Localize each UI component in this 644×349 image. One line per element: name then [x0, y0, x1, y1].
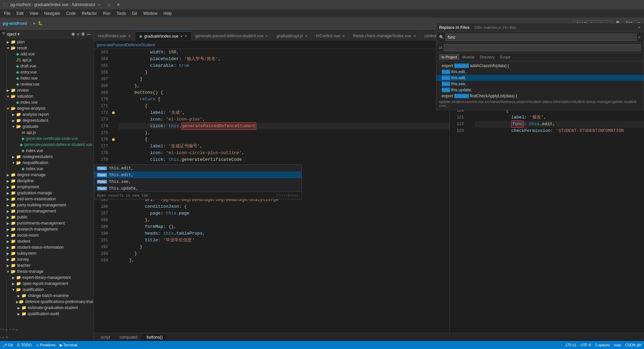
clear-search[interactable]: ✕	[638, 35, 641, 40]
tab-br-control[interactable]: brControl.vue ✕	[312, 31, 349, 41]
bottom-tab-computed[interactable]: computed	[116, 334, 142, 340]
ac-item-3[interactable]: func this.see,	[94, 178, 302, 185]
tab-result-index[interactable]: result\index.vue ✕	[94, 31, 135, 41]
sidebar-item-review[interactable]: ▶📁review	[0, 87, 94, 93]
project-selector[interactable]: pg-misfront	[3, 21, 27, 26]
find-close-btn[interactable]: ✕	[638, 25, 641, 30]
sidebar-item-subsystem[interactable]: ▶📁subsystem	[0, 250, 94, 256]
ac-item-4[interactable]: func this.update,	[94, 185, 302, 192]
tab-close[interactable]: ✕	[342, 34, 345, 38]
sidebar-item-nodegreestudent[interactable]: ▶📁nodegreestudent	[0, 154, 94, 160]
status-problems[interactable]: ⚠ Problems	[36, 343, 56, 347]
replace-input[interactable]	[444, 44, 641, 51]
sidebar-item-review-vue[interactable]: ◆review.vue	[0, 81, 94, 87]
activity-explorer[interactable]: P	[0, 30, 6, 37]
sidebar-icon-2[interactable]: ≡	[77, 32, 79, 37]
sidebar-item-mid-term[interactable]: ▶📁mid-term-examination	[0, 196, 94, 202]
sidebar-item-degreestudent[interactable]: ▶📁degreestudent	[0, 117, 94, 123]
find-result-5[interactable]: func this.update,	[436, 87, 644, 93]
close-btn[interactable]: ✕	[114, 2, 123, 7]
sidebar-item-thesis-manage[interactable]: ▼📂thesis-manage	[0, 268, 94, 275]
tab-close[interactable]: ✕	[413, 34, 416, 38]
sidebar-item-plan[interactable]: ▶📁plan	[0, 39, 94, 45]
scope-module[interactable]: Module	[460, 54, 477, 60]
toolbar-debug-btn[interactable]: 🐛	[38, 21, 43, 26]
sidebar-item-draft-vue[interactable]: ◆draft.vue	[0, 63, 94, 69]
bc-result[interactable]: generatePassedDefenceStudent	[97, 43, 155, 47]
tab-graduate-api[interactable]: graduate\api.js ✕	[272, 31, 312, 41]
status-todo[interactable]: ☑ TODO	[17, 343, 32, 347]
sidebar-item-result[interactable]: ▼📂result	[0, 45, 94, 51]
sidebar-item-graduation-manage[interactable]: ▶📁graduation-manage	[0, 190, 94, 196]
sidebar-item-graduate[interactable]: ▼📂graduate	[0, 123, 94, 130]
find-result-1[interactable]: export function addAClassInfo(data) {	[436, 63, 644, 69]
sidebar-item-employment[interactable]: ▶📁employment	[0, 184, 94, 190]
menu-window[interactable]: Window	[141, 10, 160, 16]
sidebar-item-degree-analysis[interactable]: ▼📂degree-analysis	[0, 105, 94, 111]
sidebar-item-noq-index[interactable]: ◆index.vue	[0, 166, 94, 172]
sidebar-item-index-valuation[interactable]: ◆index.vue	[0, 99, 94, 105]
sidebar-item-noqualification[interactable]: ▼📂noqualification	[0, 160, 94, 166]
sidebar-item-generate-cert[interactable]: ◆generate-certificate-code.vue	[0, 136, 94, 142]
menu-view[interactable]: View	[27, 10, 41, 16]
tab-thesis-check-index[interactable]: thesis-check-manager\index.vue ✕	[349, 31, 420, 41]
sidebar-item-defence-qual[interactable]: ▶📁defence-qualifications-preliminary-tri…	[0, 299, 94, 305]
sidebar-item-open-report[interactable]: ▶📁open-report-management	[0, 281, 94, 287]
find-result-4[interactable]: func this.see,	[436, 81, 644, 87]
tab-close[interactable]: ✕	[265, 34, 268, 38]
sidebar-item-social-exam[interactable]: ▶📁social-exam	[0, 232, 94, 238]
find-result-3[interactable]: func this.edit,	[436, 75, 644, 81]
sidebar-item-graduate-api[interactable]: JSapi.js	[0, 130, 94, 136]
sidebar-item-survey[interactable]: ▶📁survey	[0, 256, 94, 262]
activity-structure[interactable]: Structure	[0, 326, 20, 334]
find-result-6[interactable]: export function findCheckApplyList(data)…	[436, 93, 644, 99]
menu-help[interactable]: Help	[161, 10, 174, 16]
sidebar-item-teacher[interactable]: ▶📁teacher	[0, 262, 94, 268]
sidebar-item-practice[interactable]: ▶📁practice-management	[0, 208, 94, 214]
sidebar-item-punishments[interactable]: ▶📁punishments-management	[0, 220, 94, 226]
sidebar-item-research[interactable]: ▶📁research-management	[0, 226, 94, 232]
sidebar-item-estimate-grad[interactable]: ▶📁estimate-graduation-student	[0, 305, 94, 311]
status-terminal[interactable]: ▶ Terminal	[60, 343, 77, 347]
menu-refactor[interactable]: Refactor	[79, 10, 100, 16]
sidebar-icon-1[interactable]: ⊕	[71, 32, 75, 37]
scope-directory[interactable]: Directory	[478, 54, 497, 60]
tab-close[interactable]: ✕	[128, 34, 131, 38]
tab-generate-passed[interactable]: generate-passed-defence-student.vue ✕	[192, 31, 273, 41]
menu-code[interactable]: Code	[63, 10, 78, 16]
menu-run[interactable]: Run	[100, 10, 113, 16]
sidebar-item-change-batch[interactable]: ▶📁change-batch-examine	[0, 293, 94, 299]
sidebar-item-student[interactable]: ▶📁student	[0, 238, 94, 244]
sidebar-item-student-status[interactable]: ▶📁student-status-information	[0, 244, 94, 250]
sidebar-item-graduate-index[interactable]: ◆index.vue	[0, 148, 94, 154]
sidebar-item-degree-manage[interactable]: ▶📁degree-manage	[0, 172, 94, 178]
window-controls[interactable]: ─ □ ✕	[95, 2, 123, 7]
sidebar-icon-4[interactable]: —	[87, 32, 91, 37]
menu-edit[interactable]: Edit	[14, 10, 26, 16]
activity-favorites[interactable]: Fav	[0, 334, 10, 341]
sidebar-item-qualification[interactable]: ▼📂qualification	[0, 287, 94, 293]
sidebar-item-analysis-report[interactable]: ▶📁analysis-report	[0, 111, 94, 117]
sidebar-item-generate-passed[interactable]: ◆generate-passed-defence-student.vue	[0, 142, 94, 148]
tab-close[interactable]: ✕	[184, 34, 187, 38]
sidebar-item-valuation[interactable]: ▼📂valuation	[0, 93, 94, 99]
search-input[interactable]	[445, 34, 637, 41]
sidebar-item-public[interactable]: ▶📁public	[0, 214, 94, 220]
menu-tools[interactable]: Tools	[114, 10, 128, 16]
scope-in-project[interactable]: In Project	[439, 54, 459, 60]
menu-git[interactable]: Git	[129, 10, 140, 16]
toolbar-run-btn[interactable]: ▶	[33, 21, 36, 26]
status-git[interactable]: ⎇ Git	[3, 343, 13, 347]
tab-close[interactable]: ✕	[305, 34, 308, 38]
ac-open-results[interactable]: Open results in new tab	[97, 193, 148, 198]
sidebar-item-qual-audit[interactable]: ▶📁qualification-audit	[0, 311, 94, 317]
bottom-tab-buttons[interactable]: buttons()	[143, 334, 166, 340]
find-result-2[interactable]: func this.edit,	[436, 69, 644, 75]
tab-graduate-index[interactable]: ◆ graduate\index.vue ● ✕	[135, 31, 192, 41]
sidebar-item-add-vue[interactable]: ◆add.vue	[0, 51, 94, 57]
ac-item-2[interactable]: func this.edit,	[94, 171, 302, 178]
minimize-btn[interactable]: ─	[95, 2, 104, 7]
sidebar-item-discipline[interactable]: ▶📁discipline	[0, 178, 94, 184]
maximize-btn[interactable]: □	[105, 2, 113, 7]
menu-file[interactable]: File	[1, 10, 13, 16]
